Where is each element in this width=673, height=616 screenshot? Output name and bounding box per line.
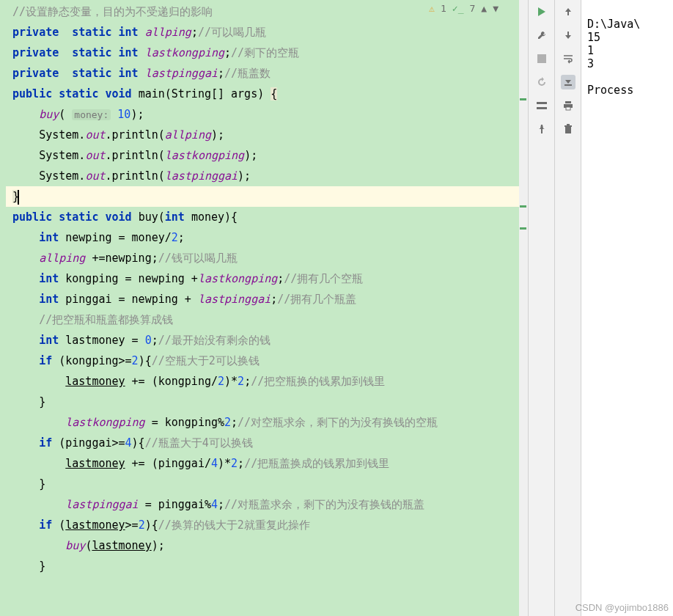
svg-rect-1 xyxy=(537,102,547,104)
caret-line[interactable]: } xyxy=(6,186,528,207)
console-line: 3 xyxy=(587,57,594,70)
code-area[interactable]: //设置静态变量，目的为不受递归的影响 private static int a… xyxy=(0,0,528,616)
svg-rect-7 xyxy=(565,127,571,133)
prev-highlight-icon[interactable]: ▲ xyxy=(481,3,487,14)
down-arrow-icon[interactable] xyxy=(561,28,575,43)
svg-rect-9 xyxy=(567,124,570,125)
console-line: 15 xyxy=(587,31,600,44)
svg-rect-4 xyxy=(565,101,571,103)
console-line: 1 xyxy=(587,44,594,57)
svg-rect-3 xyxy=(564,84,572,86)
svg-rect-6 xyxy=(566,107,570,110)
next-highlight-icon[interactable]: ▼ xyxy=(493,3,499,14)
checkmark-icon[interactable]: ✓̲ xyxy=(452,3,464,14)
inspection-summary[interactable]: ⚠1 ✓̲7 ▲ ▼ xyxy=(429,3,499,14)
ok-count: 7 xyxy=(470,3,476,14)
comment: //设置静态变量，目的为不受递归的影响 xyxy=(12,5,213,18)
run-icon[interactable] xyxy=(534,4,549,19)
warning-icon[interactable]: ⚠ xyxy=(429,3,435,14)
text-cursor xyxy=(18,190,19,205)
up-arrow-icon[interactable] xyxy=(561,4,575,19)
console-output[interactable]: D:\Java\ 15 1 3 Process xyxy=(581,0,673,616)
run-toolbar-left xyxy=(528,0,554,616)
wrench-icon[interactable] xyxy=(534,28,549,43)
console-path: D:\Java\ xyxy=(587,18,640,31)
marker-tick[interactable] xyxy=(520,227,526,230)
error-stripe[interactable] xyxy=(519,0,528,616)
print-icon[interactable] xyxy=(561,98,575,113)
marker-tick[interactable] xyxy=(520,98,526,100)
watermark: CSDN @yojimbo1886 xyxy=(575,602,669,613)
inlay-hint: money: xyxy=(72,109,111,120)
pin-icon[interactable] xyxy=(534,122,549,136)
trash-icon[interactable] xyxy=(561,122,575,136)
stop-icon[interactable] xyxy=(534,51,549,66)
warning-count: 1 xyxy=(441,3,446,14)
scroll-to-end-icon[interactable] xyxy=(561,75,575,89)
svg-rect-8 xyxy=(564,125,572,127)
code-editor[interactable]: //设置静态变量，目的为不受递归的影响 private static int a… xyxy=(0,0,528,616)
restart-icon[interactable] xyxy=(534,75,549,89)
svg-rect-0 xyxy=(537,54,546,63)
run-toolbar-right xyxy=(554,0,581,616)
svg-rect-2 xyxy=(537,107,547,109)
layout-icon[interactable] xyxy=(534,98,549,113)
marker-tick[interactable] xyxy=(520,205,526,208)
process-line: Process xyxy=(587,84,640,97)
soft-wrap-icon[interactable] xyxy=(561,51,575,66)
